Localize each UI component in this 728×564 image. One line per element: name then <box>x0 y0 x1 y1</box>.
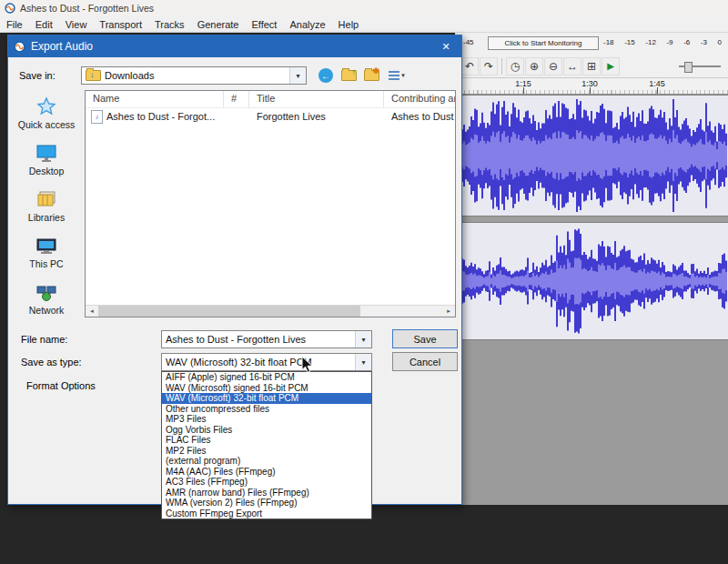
menu-generate[interactable]: Generate <box>191 19 246 30</box>
sparkle-icon: ✱ <box>372 66 379 76</box>
zoom-out-button[interactable]: ⊖ <box>544 57 562 76</box>
audio-track-1[interactable] <box>455 95 728 217</box>
save-as-type-value: WAV (Microsoft) 32-bit float PCM <box>162 357 355 368</box>
audio-track-2[interactable] <box>455 222 728 340</box>
menu-effect[interactable]: Effect <box>246 19 284 30</box>
zoom-in-button[interactable]: ⊕ <box>525 57 543 76</box>
fit-selection-button[interactable]: ↔ <box>563 57 581 76</box>
chevron-down-icon[interactable]: ▾ <box>355 354 371 370</box>
scroll-left-icon[interactable]: ◂ <box>86 306 98 317</box>
sidebar-item-quick-access[interactable]: Quick access <box>12 96 81 130</box>
save-in-label: Save in: <box>19 70 56 81</box>
menu-help[interactable]: Help <box>332 19 366 30</box>
sidebar-item-libraries[interactable]: Libraries <box>12 188 81 223</box>
format-option[interactable]: WAV (Microsoft) 32-bit float PCM <box>162 393 371 404</box>
menu-edit[interactable]: Edit <box>29 19 59 30</box>
app-titlebar[interactable]: Ashes to Dust - Forgotten Lives <box>0 0 728 16</box>
format-option[interactable]: Ogg Vorbis Files <box>162 425 371 436</box>
menu-analyze[interactable]: Analyze <box>283 19 331 30</box>
scrollbar-thumb[interactable] <box>98 306 360 317</box>
horizontal-scrollbar[interactable]: ◂ ▸ <box>86 305 455 317</box>
slider-thumb[interactable] <box>684 62 693 73</box>
dialog-titlebar[interactable]: Export Audio ✕ <box>8 35 461 57</box>
meter-scale-label: -18 <box>603 38 614 46</box>
sidebar-item-network[interactable]: Network <box>12 281 81 316</box>
view-menu-icon <box>389 71 399 80</box>
column-header-number[interactable]: # <box>224 91 249 107</box>
sidebar-item-desktop[interactable]: Desktop <box>12 142 81 176</box>
audacity-window: Ashes to Dust - Forgotten Lives File Edi… <box>0 0 728 564</box>
playback-speed-slider[interactable] <box>679 57 721 76</box>
menu-bar: File Edit View Transport Tracks Generate… <box>0 16 728 33</box>
format-option[interactable]: MP2 Files <box>162 446 371 457</box>
save-as-type-dropdown: AIFF (Apple) signed 16-bit PCM WAV (Micr… <box>161 371 372 519</box>
menu-tracks[interactable]: Tracks <box>148 19 191 30</box>
meter-scale: -18 -15 -12 -9 -6 -3 0 <box>603 38 722 46</box>
up-one-level-button[interactable]: ↑ <box>339 66 359 85</box>
file-row[interactable]: ♪ Ashes to Dust - Forgot... Forgotten Li… <box>86 108 455 125</box>
format-option[interactable]: AMR (narrow band) Files (FFmpeg) <box>162 488 371 499</box>
file-artist-cell: Ashes to Dust <box>384 111 455 122</box>
waveform-track-2[interactable] <box>455 223 728 339</box>
format-option[interactable]: AC3 Files (FFmpeg) <box>162 477 371 488</box>
toolbar-separator <box>501 58 502 75</box>
redo-button[interactable]: ↷ <box>480 57 498 76</box>
save-as-type-combobox[interactable]: WAV (Microsoft) 32-bit float PCM ▾ <box>161 353 372 371</box>
desktop-icon <box>35 142 57 164</box>
format-option[interactable]: Other uncompressed files <box>162 404 371 415</box>
new-folder-button[interactable]: ✱ <box>361 66 381 85</box>
downloads-folder-icon: ↓ <box>86 70 101 81</box>
timeline-ruler[interactable]: 1:15 1:30 1:45 <box>455 78 728 95</box>
format-option[interactable]: WAV (Microsoft) signed 16-bit PCM <box>162 383 371 394</box>
close-icon: ✕ <box>441 41 450 53</box>
menu-transport[interactable]: Transport <box>93 19 148 30</box>
meter-scale-label: -15 <box>624 38 635 46</box>
fit-project-icon: ⊞ <box>587 60 596 73</box>
column-header-name[interactable]: Name <box>86 91 224 107</box>
format-option[interactable]: FLAC Files <box>162 435 371 446</box>
dialog-nav-buttons: ← ↑ ✱ ▾ <box>316 66 410 85</box>
scroll-right-icon[interactable]: ▸ <box>442 306 455 317</box>
waveform-track-1[interactable] <box>455 96 728 216</box>
export-dialog-icon <box>14 41 25 53</box>
play-at-speed-button[interactable]: ▶ <box>602 57 620 76</box>
sidebar-item-label: Libraries <box>28 212 65 223</box>
format-option[interactable]: M4A (AAC) Files (FFmpeg) <box>162 467 371 478</box>
format-option[interactable]: Custom FFmpeg Export <box>162 509 371 519</box>
column-header-title[interactable]: Title <box>249 91 384 107</box>
column-header-contributing-artists[interactable]: Contributing art <box>384 91 455 107</box>
mouse-cursor <box>301 356 314 374</box>
chevron-down-icon[interactable]: ▾ <box>355 331 371 347</box>
menu-view[interactable]: View <box>59 19 94 30</box>
sidebar-item-label: This PC <box>29 258 63 269</box>
this-pc-icon <box>35 235 57 257</box>
sidebar-item-this-pc[interactable]: This PC <box>12 235 81 269</box>
timeline-minor-ticks <box>455 90 728 94</box>
meter-scale-label: 0 <box>718 38 722 46</box>
cancel-button[interactable]: Cancel <box>392 352 458 371</box>
play-icon: ▶ <box>607 61 614 71</box>
file-name-value: Ashes to Dust - Forgotten Lives <box>162 334 355 345</box>
file-name-combobox[interactable]: Ashes to Dust - Forgotten Lives ▾ <box>161 330 372 348</box>
monitoring-button[interactable]: Click to Start Monitoring <box>488 36 599 50</box>
save-as-type-label: Save as type: <box>21 357 82 368</box>
go-back-button[interactable]: ← <box>316 66 336 85</box>
sidebar-item-label: Desktop <box>29 166 65 176</box>
undo-button[interactable]: ↶ <box>460 57 479 76</box>
format-option[interactable]: WMA (version 2) Files (FFmpeg) <box>162 498 371 509</box>
format-option[interactable]: AIFF (Apple) signed 16-bit PCM <box>162 372 371 383</box>
timeline-major-tick <box>657 87 658 94</box>
dialog-close-button[interactable]: ✕ <box>430 35 461 57</box>
menu-file[interactable]: File <box>0 19 29 30</box>
fit-project-button[interactable]: ⊞ <box>582 57 601 76</box>
format-option[interactable]: MP3 Files <box>162 414 371 425</box>
chevron-down-icon[interactable]: ▾ <box>289 67 306 84</box>
view-menu-button[interactable]: ▾ <box>384 66 410 85</box>
save-button[interactable]: Save <box>392 329 458 348</box>
silence-audio-button[interactable]: ◷ <box>506 57 524 76</box>
save-in-combobox[interactable]: ↓ Downloads ▾ <box>81 66 307 85</box>
format-option[interactable]: (external program) <box>162 456 371 467</box>
timer-icon: ◷ <box>511 60 520 73</box>
edit-toolbar: ↶ ↷ ◷ ⊕ ⊖ ↔ ⊞ ▶ <box>455 55 728 78</box>
meter-toolbar: -45 Click to Start Monitoring -18 -15 -1… <box>455 33 728 55</box>
